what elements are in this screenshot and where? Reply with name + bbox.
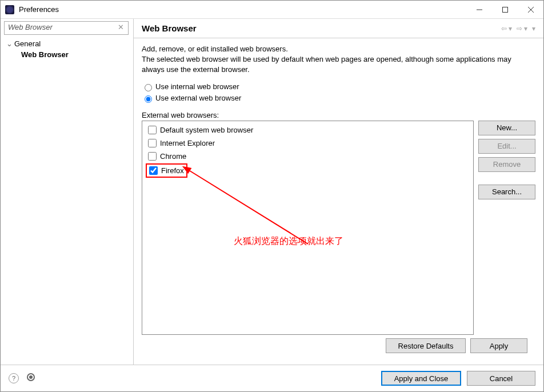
maximize-button[interactable]: [492, 1, 518, 18]
highlight-box: Firefox: [146, 163, 187, 178]
edit-button[interactable]: Edit...: [478, 139, 535, 154]
description-line2: The selected web browser will be used by…: [142, 54, 535, 75]
forward-icon[interactable]: ⇨ ▾: [517, 25, 527, 33]
main-area: Web Browser ✕ ⌄ General Web Browser Web …: [1, 19, 543, 365]
page-title: Web Browser: [142, 23, 499, 33]
close-button[interactable]: [518, 1, 543, 18]
radio-internal-label: Use internal web browser: [155, 82, 239, 91]
close-icon: [528, 7, 534, 13]
browser-label: Chrome: [160, 152, 186, 161]
description: Add, remove, or edit installed web brows…: [142, 44, 535, 75]
tree-label-general: General: [13, 39, 41, 48]
spacer: [478, 175, 535, 181]
minimize-button[interactable]: [466, 1, 492, 18]
tree-item-web-browser[interactable]: Web Browser: [21, 49, 129, 60]
maximize-icon: [502, 7, 508, 13]
browser-label: Default system web browser: [160, 126, 253, 134]
cancel-button[interactable]: Cancel: [467, 371, 535, 386]
annotation-arrow: [182, 164, 365, 267]
list-item[interactable]: Default system web browser: [146, 123, 470, 137]
radio-internal-input[interactable]: [145, 84, 152, 91]
description-line1: Add, remove, or edit installed web brows…: [142, 44, 535, 54]
dialog-footer: ? Apply and Close Cancel: [1, 365, 543, 391]
window-title: Preferences: [19, 5, 466, 14]
new-button[interactable]: New...: [478, 121, 535, 135]
filter-input[interactable]: Web Browser ✕: [4, 21, 129, 35]
checkbox-ie[interactable]: [148, 139, 157, 147]
apply-and-close-button[interactable]: Apply and Close: [381, 371, 461, 386]
back-icon[interactable]: ⇦ ▾: [501, 25, 512, 33]
radio-external-label: Use external web browser: [155, 94, 241, 102]
checkbox-default[interactable]: [148, 126, 157, 134]
filter-text: Web Browser: [8, 23, 53, 31]
svg-rect-1: [502, 7, 507, 12]
remove-button[interactable]: Remove: [478, 157, 535, 172]
checkbox-firefox[interactable]: [149, 166, 158, 175]
titlebar: Preferences: [1, 1, 543, 19]
button-column: New... Edit... Remove Search...: [478, 121, 535, 335]
preferences-window: Preferences Web Browser ✕ ⌄ General: [0, 0, 544, 392]
tree-label-web-browser: Web Browser: [21, 50, 69, 59]
menu-icon[interactable]: ▾: [532, 25, 535, 33]
list-item[interactable]: Chrome: [146, 150, 470, 163]
record-icon[interactable]: [27, 373, 35, 381]
list-item[interactable]: Firefox: [146, 163, 470, 178]
page-footer: Restore Defaults Apply: [142, 335, 535, 359]
footer-left: ?: [9, 373, 375, 383]
content-pane: Web Browser ⇦ ▾ ⇨ ▾ ▾ Add, remove, or ed…: [134, 19, 543, 365]
external-area: Default system web browser Internet Expl…: [142, 121, 535, 335]
apply-button[interactable]: Apply: [470, 338, 527, 353]
app-icon: [5, 5, 14, 14]
radio-internal[interactable]: Use internal web browser: [142, 82, 535, 91]
help-icon[interactable]: ?: [9, 373, 19, 383]
minimize-icon: [477, 7, 482, 13]
browser-listbox[interactable]: Default system web browser Internet Expl…: [142, 121, 474, 335]
list-item[interactable]: Internet Explorer: [146, 137, 470, 150]
browser-label: Internet Explorer: [160, 139, 215, 147]
search-button[interactable]: Search...: [478, 185, 535, 199]
external-browsers-label: External web browsers:: [142, 111, 535, 119]
category-tree: ⌄ General Web Browser: [1, 35, 133, 65]
clear-filter-icon[interactable]: ✕: [118, 23, 127, 32]
restore-defaults-button[interactable]: Restore Defaults: [386, 338, 466, 353]
nav-icons: ⇦ ▾ ⇨ ▾ ▾: [499, 24, 535, 33]
content-body: Add, remove, or edit installed web brows…: [134, 38, 543, 365]
radio-external-input[interactable]: [145, 95, 152, 103]
content-header: Web Browser ⇦ ▾ ⇨ ▾ ▾: [134, 19, 543, 38]
radio-external[interactable]: Use external web browser: [142, 94, 535, 103]
checkbox-chrome[interactable]: [148, 152, 157, 161]
browser-label: Firefox: [161, 166, 184, 175]
annotation-text: 火狐浏览器的选项就出来了: [234, 235, 343, 247]
chevron-down-icon[interactable]: ⌄: [5, 39, 13, 48]
tree-item-general[interactable]: ⌄ General: [5, 38, 129, 49]
svg-line-4: [188, 170, 308, 244]
